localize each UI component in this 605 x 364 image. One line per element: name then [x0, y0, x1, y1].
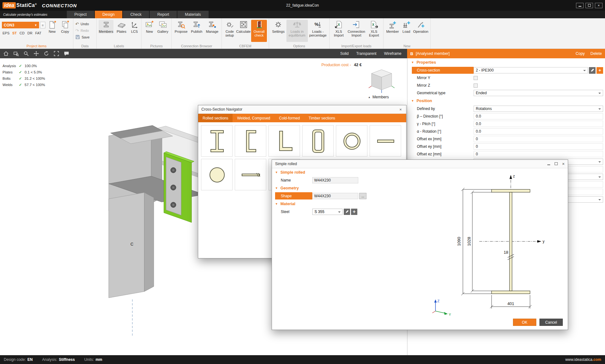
zoom-window-button[interactable] [13, 50, 20, 57]
minimize-button[interactable] [576, 3, 584, 8]
mode-st[interactable]: ST [12, 31, 17, 35]
tab-materials[interactable]: Materials [177, 11, 209, 18]
labels-plates-button[interactable]: Plates [114, 20, 129, 33]
code-setup-button[interactable]: Code setup [224, 20, 236, 37]
tab-cold-formed[interactable]: Cold-formed [275, 114, 304, 122]
tab-rolled-sections[interactable]: Rolled sections [198, 114, 233, 122]
undo-button[interactable]: ↶Undo [75, 21, 89, 26]
mode-fat[interactable]: FAT [35, 31, 41, 35]
name-input[interactable] [312, 177, 358, 183]
result-plates[interactable]: Plates✓0.1 < 5.0% [3, 69, 45, 75]
save-button[interactable]: Save [75, 34, 89, 40]
xls-export-button[interactable]: X XLS Export [367, 20, 381, 37]
labels-lcs-button[interactable]: LCS [130, 20, 139, 33]
view-mode-solid[interactable]: Solid [337, 50, 352, 57]
tab-report[interactable]: Report [150, 11, 177, 18]
settings-button[interactable]: Settings [271, 20, 286, 33]
offset-ez-field[interactable]: 0 [474, 151, 603, 157]
dialog-close-button[interactable]: × [562, 161, 565, 166]
mirror-y-checkbox[interactable] [474, 76, 478, 80]
mode-cd[interactable]: CD [20, 31, 25, 35]
copy-project-item-button[interactable]: Copy [59, 20, 71, 33]
defined-by-select[interactable]: Rotations [474, 106, 603, 112]
tab-check[interactable]: Check [123, 11, 149, 18]
new-project-item-button[interactable]: New [46, 20, 58, 33]
propose-button[interactable]: Propose [174, 20, 188, 33]
picture-gallery-button[interactable]: Gallery [156, 20, 170, 33]
connection-import-button[interactable]: Connection Import [347, 20, 366, 37]
home-view-button[interactable] [3, 50, 9, 57]
beta-direction-field[interactable]: 0.0 [474, 113, 603, 119]
publish-button[interactable]: Publish [189, 20, 204, 33]
labels-members-button[interactable]: Members [99, 20, 113, 33]
edit-cross-section-button[interactable] [589, 67, 596, 74]
project-item-menu-button[interactable]: ≡ [40, 22, 45, 28]
add-cross-section-button[interactable]: + [596, 67, 603, 74]
section-card-channel[interactable] [235, 125, 266, 157]
offset-ey-field[interactable]: 0 [474, 143, 603, 150]
section-card-i[interactable] [201, 125, 233, 157]
cross-section-select[interactable]: 2 - IPE300 [474, 67, 588, 73]
restore-button[interactable] [585, 3, 593, 8]
cancel-button[interactable]: Cancel [539, 319, 563, 326]
section-position[interactable]: ▼Position [407, 97, 605, 105]
tab-timber-sections[interactable]: Timber sections [304, 114, 340, 122]
loads-in-equilibrium-button[interactable]: Loads in equilibrium [286, 20, 308, 42]
browse-shape-button[interactable]: ... [359, 193, 366, 199]
simple-rolled-title-bar[interactable]: Simple rolled × [272, 160, 568, 168]
website-link[interactable]: www.ideastatica.com [565, 357, 601, 362]
manage-button[interactable]: Manage [205, 20, 220, 33]
mode-dr[interactable]: DR [27, 31, 32, 35]
result-welds[interactable]: Welds✓57.7 < 100% [3, 82, 45, 88]
redo-button[interactable]: ↷Redo [75, 28, 89, 33]
xls-import-button[interactable]: X XLS Import [331, 20, 346, 37]
overall-check-button[interactable]: Overall check [251, 20, 267, 42]
new-member-button[interactable]: Member [385, 20, 400, 33]
member-copy-button[interactable]: Copy [576, 51, 585, 56]
zoom-button[interactable] [23, 50, 30, 57]
section-card-rhs[interactable] [302, 125, 334, 157]
geometrical-type-select[interactable]: Ended [474, 90, 603, 96]
gamma-pitch-field[interactable]: 0.0 [474, 121, 603, 127]
member-delete-button[interactable]: Delete [591, 51, 602, 56]
offset-ex-field[interactable]: 0 [474, 136, 603, 142]
close-button[interactable]: × [595, 3, 602, 8]
ok-button[interactable]: OK [513, 319, 536, 326]
new-operation-button[interactable]: Operation [413, 20, 429, 33]
result-bolts[interactable]: Bolts✓31.2 < 100% [3, 75, 45, 82]
project-item-select[interactable]: CON3▼ [2, 22, 39, 28]
shape-label[interactable]: Shape [275, 192, 312, 199]
picture-new-button[interactable]: New [143, 20, 156, 33]
edit-material-button[interactable] [344, 209, 350, 215]
members-panel-toggle[interactable]: ▲ Members [368, 95, 389, 99]
section-card-plate[interactable] [235, 159, 266, 190]
section-card-round[interactable] [201, 159, 233, 190]
tab-design[interactable]: Design [95, 11, 122, 18]
zoom-fit-button[interactable] [53, 50, 60, 57]
pan-button[interactable] [33, 50, 40, 57]
dialog-minimize-button[interactable] [547, 162, 550, 166]
mode-eps[interactable]: EPS [3, 31, 9, 35]
rotate-view-button[interactable] [43, 50, 50, 57]
tab-welded-composed[interactable]: Welded, Composed [233, 114, 274, 122]
dialog-maximize-button[interactable] [555, 162, 558, 166]
section-card-angle[interactable] [268, 125, 300, 157]
calculate-button[interactable]: Calculate [236, 20, 251, 33]
section-card-flat[interactable] [370, 125, 401, 157]
cross-section-label[interactable]: Cross-section [412, 67, 474, 74]
mirror-z-checkbox[interactable] [474, 84, 478, 88]
section-properties[interactable]: ▼Properties [407, 58, 605, 66]
tab-project[interactable]: Project [67, 11, 94, 18]
section-card-chs[interactable] [336, 125, 367, 157]
navigation-cube[interactable] [368, 67, 395, 94]
alpha-rotation-field[interactable]: 0.0 [474, 128, 603, 135]
add-material-button[interactable]: + [351, 209, 357, 215]
loads-percentage-button[interactable]: % Loads - percentage [308, 20, 327, 37]
view-mode-wireframe[interactable]: Wireframe [381, 50, 405, 57]
steel-grade-select[interactable]: S 355 [312, 209, 343, 215]
navigator-close-button[interactable]: × [398, 107, 403, 112]
view-mode-transparent[interactable]: Transparent [353, 50, 379, 57]
new-load-button[interactable]: Load [400, 20, 412, 33]
comment-button[interactable] [63, 50, 70, 57]
result-analysis[interactable]: Analysis✓100.0% [3, 63, 45, 69]
